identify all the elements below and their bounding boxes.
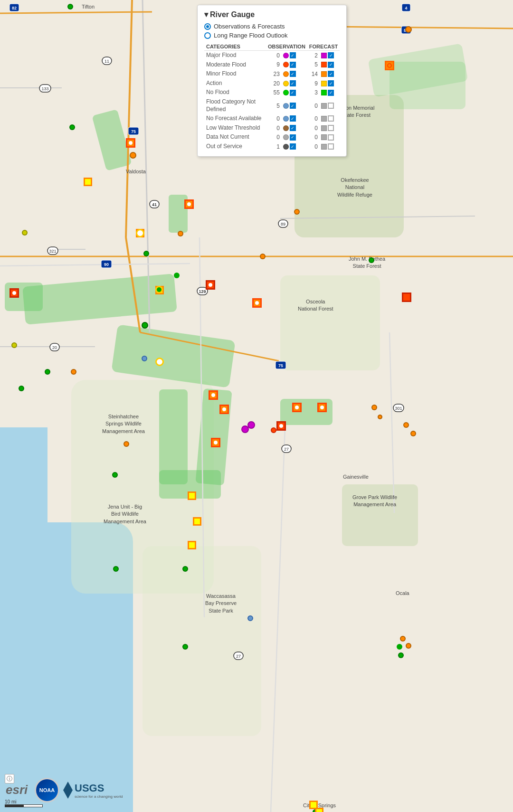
marker-orange-10[interactable] (403, 422, 409, 428)
marker-green-5[interactable] (369, 257, 374, 263)
marker-orange-3[interactable] (178, 231, 183, 236)
legend-row-label-8: Data Not Current (204, 132, 266, 142)
marker-green-2[interactable] (69, 124, 75, 130)
marker-orange-1[interactable] (405, 26, 412, 33)
fc-dot-8[interactable] (319, 132, 340, 142)
marker-orange-9[interactable] (378, 415, 382, 419)
legend-collapse-arrow[interactable]: ▾ (204, 10, 208, 19)
marker-gyo-1[interactable] (155, 286, 163, 293)
obs-count-0: 0 (266, 51, 281, 60)
fc-dot-5[interactable] (319, 97, 340, 114)
marker-gyo-2[interactable] (174, 273, 180, 278)
marker-minor-sq-3[interactable] (184, 199, 194, 209)
marker-action-6[interactable] (188, 541, 196, 549)
marker-minor-sq-6[interactable] (219, 405, 229, 414)
legend-row-0: Major Flood0 ✓ 2 ✓ (204, 51, 340, 60)
fc-dot-2[interactable]: ✓ (319, 69, 340, 79)
fc-count-1: 5 (307, 60, 319, 70)
obs-dot-1[interactable]: ✓ (281, 60, 307, 70)
marker-green-13[interactable] (398, 652, 404, 658)
marker-green-3[interactable] (22, 230, 28, 236)
info-button[interactable]: ⓘ (5, 774, 14, 784)
legend-row-9: Out of Service1 ✓ 0 (204, 142, 340, 151)
usgs-text: USGS (75, 782, 123, 794)
marker-green-10[interactable] (112, 472, 118, 478)
obs-dot-4[interactable]: ✓ (281, 88, 307, 97)
svg-text:esri: esri (6, 783, 28, 797)
fc-dot-7[interactable] (319, 123, 340, 133)
obs-dot-6[interactable]: ✓ (281, 114, 307, 123)
obs-count-6: 0 (266, 114, 281, 123)
marker-green-11[interactable] (113, 566, 119, 572)
fc-count-7: 0 (307, 123, 319, 133)
marker-orange-7[interactable] (124, 441, 129, 447)
marker-action-5[interactable] (193, 517, 201, 526)
obs-dot-2[interactable]: ✓ (281, 69, 307, 79)
legend-row-8: Data Not Current0 ✓ 0 (204, 132, 340, 142)
marker-green-14[interactable] (182, 644, 188, 650)
marker-minor-sq-9[interactable] (317, 403, 327, 412)
marker-orange-4[interactable] (294, 209, 300, 215)
marker-orange-12[interactable] (400, 636, 406, 642)
obs-dot-5[interactable]: ✓ (281, 97, 307, 114)
marker-mod-1[interactable] (10, 288, 19, 298)
fc-dot-4[interactable]: ✓ (319, 88, 340, 97)
obs-dot-9[interactable]: ✓ (281, 142, 307, 151)
marker-orange-8[interactable] (371, 405, 377, 410)
marker-orange-13[interactable] (406, 643, 411, 649)
radio-long-range[interactable]: Long Range Flood Outlook (204, 32, 340, 39)
legend-panel: ▾ River Gauge Observations & Forecasts L… (197, 5, 347, 157)
marker-minor-sq-5[interactable] (209, 390, 218, 400)
marker-yc-1[interactable] (136, 229, 144, 237)
fc-dot-6[interactable] (319, 114, 340, 123)
marker-orange-6[interactable] (71, 369, 76, 375)
marker-mod-4[interactable] (276, 421, 286, 431)
fc-dot-9[interactable] (319, 142, 340, 151)
col-forecast: FORECAST (307, 43, 340, 51)
legend-row-1: Moderate Flood9 ✓ 5 ✓ (204, 60, 340, 70)
marker-mod-5[interactable] (271, 427, 276, 433)
obs-count-4: 55 (266, 88, 281, 97)
marker-yc-2[interactable] (155, 358, 164, 366)
marker-major-2[interactable] (241, 425, 249, 433)
marker-minor-sq-4[interactable] (252, 298, 262, 308)
marker-orange-11[interactable] (410, 431, 416, 436)
obs-dot-8[interactable]: ✓ (281, 132, 307, 142)
water-body-2 (0, 427, 48, 546)
marker-minor-sq-8[interactable] (292, 403, 302, 412)
marker-mod-3[interactable] (402, 293, 411, 302)
marker-action-1[interactable] (84, 178, 92, 186)
radio-obs-forecasts[interactable]: Observations & Forecasts (204, 23, 340, 30)
fc-dot-3[interactable]: ✓ (319, 79, 340, 88)
marker-mod-2[interactable] (206, 280, 215, 290)
marker-green-8[interactable] (45, 369, 50, 375)
obs-dot-7[interactable]: ✓ (281, 123, 307, 133)
marker-action-4[interactable] (188, 491, 196, 500)
fc-count-4: 3 (307, 88, 319, 97)
marker-green-4[interactable] (143, 251, 149, 256)
marker-green-7[interactable] (11, 342, 17, 348)
marker-green-12[interactable] (182, 566, 188, 572)
marker-blue-1[interactable] (142, 356, 147, 361)
marker-green-1[interactable] (67, 4, 73, 9)
marker-green-6[interactable] (142, 322, 148, 329)
marker-green-9[interactable] (19, 386, 24, 391)
marker-action-8[interactable] (315, 808, 323, 812)
scale-bar: 10 mi (5, 799, 43, 807)
fc-count-5: 0 (307, 97, 319, 114)
obs-count-3: 20 (266, 79, 281, 88)
marker-minor-sq-7[interactable] (211, 438, 220, 447)
marker-minor-sq-1[interactable] (385, 61, 394, 70)
fc-dot-0[interactable]: ✓ (319, 51, 340, 60)
fc-dot-1[interactable]: ✓ (319, 60, 340, 70)
marker-orange-2[interactable] (130, 152, 136, 159)
scale-label: 10 mi (5, 799, 16, 804)
legend-row-2: Minor Flood23 ✓ 14 ✓ (204, 69, 340, 79)
obs-count-5: 5 (266, 97, 281, 114)
marker-minor-sq-2[interactable] (126, 138, 135, 148)
obs-dot-3[interactable]: ✓ (281, 79, 307, 88)
marker-orange-5[interactable] (260, 254, 266, 259)
marker-blue-2[interactable] (247, 615, 253, 621)
obs-dot-0[interactable]: ✓ (281, 51, 307, 60)
marker-gyo-3[interactable] (397, 644, 402, 650)
